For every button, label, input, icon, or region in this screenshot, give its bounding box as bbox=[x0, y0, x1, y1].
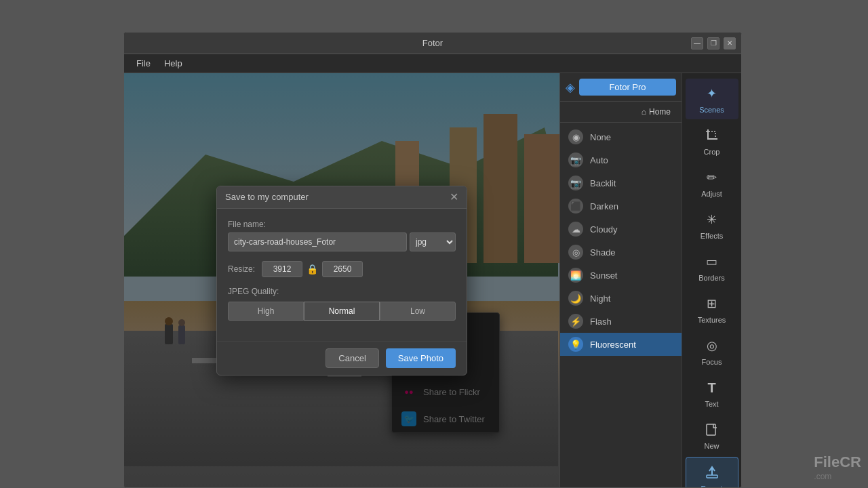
auto-icon: 📷 bbox=[568, 152, 583, 167]
restore-button[interactable]: ❐ bbox=[707, 37, 719, 49]
watermark-text: FileCR bbox=[814, 453, 861, 470]
cloudy-icon: ☁ bbox=[568, 222, 583, 237]
borders-label: Borders bbox=[698, 274, 725, 282]
export-icon bbox=[703, 463, 722, 482]
tool-textures[interactable]: ⊞ Textures bbox=[686, 289, 738, 329]
resize-row: Resize: 🔒 bbox=[228, 261, 456, 277]
scene-darken[interactable]: ⬛ Darken bbox=[560, 195, 682, 218]
tool-scenes[interactable]: ✦ Scenes bbox=[686, 79, 738, 119]
sunset-icon: 🌅 bbox=[568, 268, 583, 283]
width-input[interactable] bbox=[262, 261, 302, 277]
quality-row: JPEG Quality: High Normal Low bbox=[228, 287, 456, 321]
fluorescent-label: Fluorescent bbox=[590, 340, 636, 350]
tool-borders[interactable]: ▭ Borders bbox=[686, 247, 738, 287]
scene-sunset[interactable]: 🌅 Sunset bbox=[560, 264, 682, 287]
resize-inputs: Resize: 🔒 bbox=[228, 261, 456, 277]
none-icon: ◉ bbox=[568, 129, 583, 144]
filename-row: File name: jpg png bmp bbox=[228, 220, 456, 251]
watermark: FileCR .com bbox=[814, 453, 861, 481]
extension-select[interactable]: jpg png bmp bbox=[410, 232, 456, 251]
home-button[interactable]: ⌂ Home bbox=[636, 104, 676, 119]
flash-label: Flash bbox=[590, 317, 612, 327]
tool-effects[interactable]: ✳ Effects bbox=[686, 205, 738, 245]
svg-rect-22 bbox=[707, 475, 717, 478]
adjust-icon: ✏ bbox=[703, 168, 722, 187]
focus-label: Focus bbox=[702, 358, 722, 366]
textures-label: Textures bbox=[698, 316, 726, 324]
tool-export[interactable]: Export bbox=[686, 457, 738, 488]
scene-flash[interactable]: ⚡ Flash bbox=[560, 310, 682, 333]
quality-buttons: High Normal Low bbox=[228, 302, 456, 321]
scene-auto[interactable]: 📷 Auto bbox=[560, 148, 682, 171]
borders-icon: ▭ bbox=[703, 252, 722, 271]
quality-normal[interactable]: Normal bbox=[304, 302, 380, 321]
scene-fluorescent[interactable]: 💡 Fluorescent bbox=[560, 333, 682, 356]
scene-list: ◉ None 📷 Auto 📷 Backlit ⬛ Darken ☁ C bbox=[560, 123, 682, 487]
backlit-label: Backlit bbox=[590, 178, 616, 188]
dialog-title: Save to my computer bbox=[225, 192, 309, 202]
quality-high[interactable]: High bbox=[228, 302, 304, 321]
tool-adjust[interactable]: ✏ Adjust bbox=[686, 163, 738, 203]
pro-bar: ◈ Fotor Pro bbox=[560, 73, 682, 102]
flash-icon: ⚡ bbox=[568, 314, 583, 329]
close-button[interactable]: ✕ bbox=[724, 37, 736, 49]
scene-none[interactable]: ◉ None bbox=[560, 125, 682, 148]
save-dialog: Save to my computer ✕ File name: jpg png bbox=[216, 186, 467, 375]
cancel-button[interactable]: Cancel bbox=[326, 348, 378, 368]
effects-label: Effects bbox=[701, 232, 723, 240]
scene-cloudy[interactable]: ☁ Cloudy bbox=[560, 218, 682, 241]
focus-icon: ◎ bbox=[703, 336, 722, 355]
sunset-label: Sunset bbox=[590, 270, 617, 281]
watermark-url: .com bbox=[814, 472, 831, 481]
shade-label: Shade bbox=[590, 247, 616, 258]
cloudy-label: Cloudy bbox=[590, 224, 617, 235]
none-label: None bbox=[590, 132, 611, 142]
new-label: New bbox=[704, 442, 719, 450]
tool-new[interactable]: New bbox=[686, 415, 738, 455]
tool-crop[interactable]: Crop bbox=[686, 121, 738, 161]
scenes-icon: ✦ bbox=[703, 84, 722, 103]
scene-backlit[interactable]: 📷 Backlit bbox=[560, 171, 682, 195]
effects-icon: ✳ bbox=[703, 210, 722, 229]
text-icon: T bbox=[703, 378, 722, 397]
photo-area: Save to my computer ✕ File name: jpg png bbox=[124, 73, 559, 487]
darken-label: Darken bbox=[590, 201, 618, 211]
menubar: File Help bbox=[124, 54, 741, 73]
auto-label: Auto bbox=[590, 155, 608, 165]
minimize-button[interactable]: — bbox=[691, 37, 703, 49]
window-title: Fotor bbox=[422, 38, 443, 48]
menu-file[interactable]: File bbox=[130, 57, 157, 70]
home-icon: ⌂ bbox=[642, 107, 646, 117]
home-label: Home bbox=[649, 107, 671, 117]
fluorescent-icon: 💡 bbox=[568, 337, 583, 352]
adjust-label: Adjust bbox=[701, 190, 722, 198]
filename-input-row: jpg png bmp bbox=[228, 232, 456, 251]
tool-focus[interactable]: ◎ Focus bbox=[686, 331, 738, 371]
filename-input[interactable] bbox=[228, 232, 407, 251]
right-panel: ◈ Fotor Pro ⌂ Home ◉ None 📷 Auto bbox=[559, 73, 682, 487]
dialog-close-button[interactable]: ✕ bbox=[450, 192, 458, 203]
quality-label: JPEG Quality: bbox=[228, 287, 456, 296]
menu-help[interactable]: Help bbox=[157, 57, 189, 70]
filename-label: File name: bbox=[228, 220, 456, 229]
text-label: Text bbox=[705, 400, 718, 408]
crop-label: Crop bbox=[704, 148, 720, 156]
height-input[interactable] bbox=[322, 261, 363, 277]
dialog-body: File name: jpg png bmp bbox=[217, 209, 467, 341]
dialog-overlay: Save to my computer ✕ File name: jpg png bbox=[124, 73, 559, 487]
save-photo-button[interactable]: Save Photo bbox=[386, 348, 456, 368]
export-label: Export bbox=[701, 485, 723, 488]
resize-label: Resize: bbox=[228, 264, 255, 274]
svg-rect-21 bbox=[707, 424, 715, 435]
scene-night[interactable]: 🌙 Night bbox=[560, 287, 682, 310]
crop-icon bbox=[703, 126, 722, 145]
dialog-titlebar: Save to my computer ✕ bbox=[217, 186, 467, 209]
scene-shade[interactable]: ◎ Shade bbox=[560, 241, 682, 264]
tool-text[interactable]: T Text bbox=[686, 373, 738, 413]
scenes-label: Scenes bbox=[699, 106, 724, 114]
backlit-icon: 📷 bbox=[568, 176, 583, 190]
new-icon bbox=[703, 420, 722, 439]
quality-low[interactable]: Low bbox=[380, 302, 456, 321]
night-icon: 🌙 bbox=[568, 291, 583, 306]
pro-button[interactable]: Fotor Pro bbox=[579, 79, 676, 96]
